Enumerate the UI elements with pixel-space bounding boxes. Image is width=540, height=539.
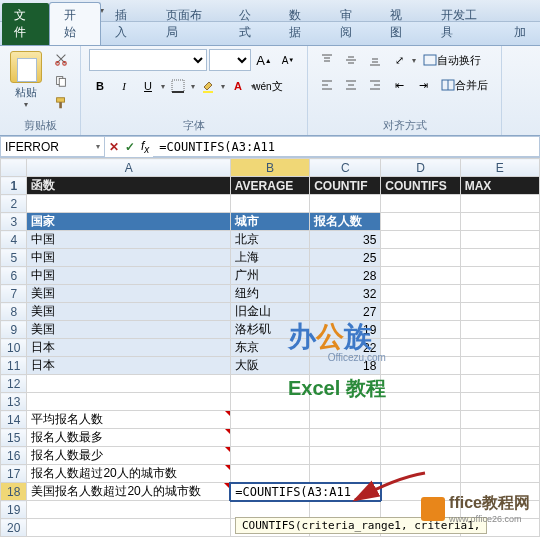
font-family-select[interactable]: [89, 49, 207, 71]
font-size-select[interactable]: [209, 49, 251, 71]
cell[interactable]: 美国: [27, 321, 230, 339]
cell[interactable]: [460, 231, 539, 249]
cell[interactable]: 大阪: [230, 357, 309, 375]
cell[interactable]: 美国报名人数超过20人的城市数: [27, 483, 230, 501]
cell[interactable]: [310, 447, 381, 465]
shrink-font-icon[interactable]: A▼: [277, 49, 299, 71]
cell[interactable]: 美国: [27, 303, 230, 321]
paste-dropdown-icon[interactable]: ▾: [24, 100, 28, 109]
phonetic-button[interactable]: wén文: [257, 75, 279, 97]
align-left-icon[interactable]: [316, 74, 338, 96]
enter-formula-icon[interactable]: ✓: [125, 140, 135, 154]
column-header-A[interactable]: A: [27, 159, 230, 177]
column-header-E[interactable]: E: [460, 159, 539, 177]
cell[interactable]: [460, 339, 539, 357]
row-header[interactable]: 19: [1, 501, 27, 519]
cell[interactable]: 19: [310, 321, 381, 339]
cell[interactable]: [460, 267, 539, 285]
cell[interactable]: MAX: [460, 177, 539, 195]
align-center-icon[interactable]: [340, 74, 362, 96]
cell[interactable]: [460, 393, 539, 411]
bold-button[interactable]: B: [89, 75, 111, 97]
cell[interactable]: [460, 195, 539, 213]
cell[interactable]: COUNTIF: [310, 177, 381, 195]
cell[interactable]: 中国: [27, 249, 230, 267]
tab-insert[interactable]: 插入: [101, 3, 152, 45]
grow-font-icon[interactable]: A▲: [253, 49, 275, 71]
cancel-formula-icon[interactable]: ✕: [109, 140, 119, 154]
cell[interactable]: 美国: [27, 285, 230, 303]
cell[interactable]: 报名人数超过20人的城市数: [27, 465, 230, 483]
cell[interactable]: [27, 519, 230, 537]
cell[interactable]: [381, 393, 460, 411]
cell[interactable]: 报名人数最少: [27, 447, 230, 465]
cell[interactable]: 洛杉矶: [230, 321, 309, 339]
border-dropdown-icon[interactable]: ▾: [191, 82, 195, 91]
cell[interactable]: [381, 357, 460, 375]
cell[interactable]: [27, 393, 230, 411]
tab-file[interactable]: 文件: [2, 3, 49, 45]
cell[interactable]: [310, 501, 381, 519]
row-header[interactable]: 16: [1, 447, 27, 465]
column-header-C[interactable]: C: [310, 159, 381, 177]
wrap-text-button[interactable]: 自动换行: [418, 49, 486, 71]
underline-button[interactable]: U: [137, 75, 159, 97]
tab-review[interactable]: 审阅: [326, 3, 377, 45]
cell[interactable]: 中国: [27, 267, 230, 285]
tab-home[interactable]: 开始: [49, 2, 102, 45]
format-painter-icon[interactable]: [50, 93, 72, 113]
cell[interactable]: 旧金山: [230, 303, 309, 321]
cell[interactable]: [381, 267, 460, 285]
cell[interactable]: 报名人数最多: [27, 429, 230, 447]
cell[interactable]: 22: [310, 339, 381, 357]
fill-dropdown-icon[interactable]: ▾: [221, 82, 225, 91]
font-color-button[interactable]: A: [227, 75, 249, 97]
row-header[interactable]: 4: [1, 231, 27, 249]
cell[interactable]: 27: [310, 303, 381, 321]
cell[interactable]: 日本: [27, 339, 230, 357]
row-header[interactable]: 2: [1, 195, 27, 213]
tab-view[interactable]: 视图: [376, 3, 427, 45]
cell[interactable]: [27, 501, 230, 519]
merge-center-button[interactable]: 合并后: [436, 74, 493, 96]
cut-icon[interactable]: [50, 49, 72, 69]
cell[interactable]: [230, 411, 309, 429]
cell[interactable]: [230, 447, 309, 465]
active-cell[interactable]: =COUNTIFS(A3:A11: [230, 483, 381, 501]
cell[interactable]: [310, 195, 381, 213]
column-header-B[interactable]: B: [230, 159, 309, 177]
row-header[interactable]: 9: [1, 321, 27, 339]
cell[interactable]: [460, 501, 539, 519]
cell[interactable]: 28: [310, 267, 381, 285]
row-header[interactable]: 12: [1, 375, 27, 393]
cell[interactable]: [460, 483, 539, 501]
cell[interactable]: [381, 411, 460, 429]
border-button[interactable]: [167, 75, 189, 97]
cell[interactable]: 18: [310, 357, 381, 375]
cell[interactable]: [381, 285, 460, 303]
cell[interactable]: 25: [310, 249, 381, 267]
cell[interactable]: [310, 465, 381, 483]
formula-bar-input[interactable]: [153, 136, 540, 157]
tab-addins[interactable]: 加: [500, 20, 540, 45]
cell[interactable]: 报名人数: [310, 213, 381, 231]
cell[interactable]: [230, 393, 309, 411]
cell[interactable]: [460, 285, 539, 303]
cell[interactable]: [460, 465, 539, 483]
cell[interactable]: 东京: [230, 339, 309, 357]
cell[interactable]: [230, 465, 309, 483]
cell[interactable]: [381, 321, 460, 339]
cell[interactable]: [381, 249, 460, 267]
cell[interactable]: 上海: [230, 249, 309, 267]
cell[interactable]: 平均报名人数: [27, 411, 230, 429]
name-box-dropdown-icon[interactable]: ▾: [96, 142, 100, 151]
select-all-button[interactable]: [1, 159, 27, 177]
row-header[interactable]: 14: [1, 411, 27, 429]
cell[interactable]: [460, 429, 539, 447]
cell[interactable]: 国家: [27, 213, 230, 231]
cell[interactable]: [381, 303, 460, 321]
cell[interactable]: [230, 501, 309, 519]
paste-button[interactable]: 粘贴 ▾: [8, 49, 44, 111]
cell[interactable]: COUNTIFS: [381, 177, 460, 195]
cell[interactable]: 35: [310, 231, 381, 249]
